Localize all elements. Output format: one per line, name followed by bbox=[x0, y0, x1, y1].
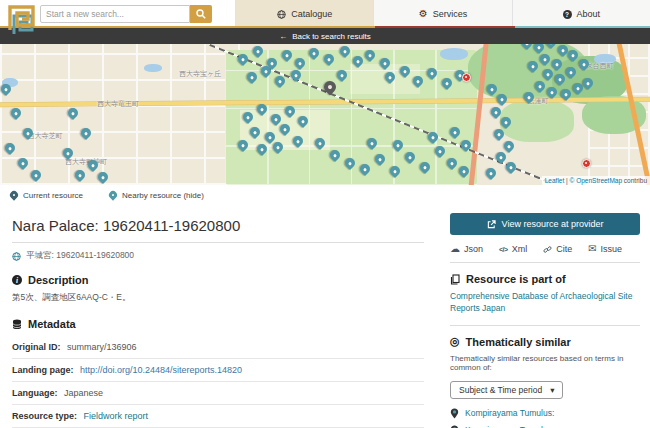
nearby-resource-pin[interactable] bbox=[245, 70, 259, 84]
nearby-resource-pin[interactable] bbox=[457, 164, 471, 178]
search-button[interactable] bbox=[190, 5, 212, 23]
nearby-resource-pin[interactable] bbox=[289, 68, 303, 82]
landing-page-link[interactable]: http://doi.org/10.24484/sitereports.1482… bbox=[80, 365, 242, 375]
nearby-resource-pin[interactable] bbox=[526, 59, 540, 73]
nearby-resource-pin[interactable] bbox=[251, 44, 265, 58]
nearby-resource-pin[interactable] bbox=[538, 52, 552, 66]
leaflet-map[interactable]: 西大寺宝ヶ丘西大寺竜王町西大寺芝町西大寺野神町法蓮町佐保台西町 Leaflet … bbox=[0, 44, 650, 185]
tab-services[interactable]: ⚙ Services bbox=[373, 0, 511, 28]
nearby-resource-pin[interactable] bbox=[73, 168, 87, 182]
nearby-resource-pin[interactable] bbox=[269, 112, 283, 126]
nearby-resource-pin[interactable] bbox=[489, 105, 503, 119]
nearby-resource-pin[interactable] bbox=[351, 54, 365, 68]
nearby-resource-pin[interactable] bbox=[559, 87, 573, 101]
nearby-resource-pin[interactable] bbox=[378, 56, 392, 70]
nearby-resource-pin[interactable] bbox=[433, 144, 447, 158]
nearby-resource-pin[interactable] bbox=[398, 64, 412, 78]
nearby-resource-pin[interactable] bbox=[520, 44, 534, 50]
nearby-resource-pin[interactable] bbox=[271, 140, 285, 154]
nearby-resource-pin[interactable] bbox=[544, 44, 558, 49]
search-input[interactable] bbox=[40, 5, 190, 23]
nearby-resource-pin[interactable] bbox=[343, 156, 357, 170]
nearby-resource-pin[interactable] bbox=[492, 127, 506, 141]
back-to-results-bar[interactable]: ← Back to search results bbox=[0, 28, 650, 44]
globe-icon bbox=[277, 10, 286, 19]
nearby-resource-pin[interactable] bbox=[418, 160, 432, 174]
nearby-resource-pin[interactable] bbox=[296, 114, 310, 128]
ariadne-logo[interactable] bbox=[5, 3, 39, 39]
nearby-resource-pin[interactable] bbox=[79, 126, 93, 140]
nearby-resource-pin[interactable] bbox=[383, 70, 397, 84]
nearby-resource-pin[interactable] bbox=[291, 134, 305, 148]
nearby-resource-pin[interactable] bbox=[273, 74, 287, 88]
tab-about[interactable]: ? About bbox=[512, 0, 650, 28]
nearby-resource-pin[interactable] bbox=[365, 136, 379, 150]
alert-marker-icon[interactable] bbox=[582, 159, 591, 168]
nearby-resource-pin[interactable] bbox=[328, 148, 342, 162]
osm-link[interactable]: © OpenStreetMap bbox=[570, 177, 622, 184]
nearby-resource-pin[interactable] bbox=[3, 141, 17, 155]
nearby-resource-pin[interactable] bbox=[322, 52, 336, 66]
json-link[interactable]: ☁ Json bbox=[450, 244, 483, 254]
nearby-resource-pin[interactable] bbox=[425, 66, 439, 80]
nearby-resource-pin[interactable] bbox=[502, 139, 516, 153]
code-icon: </> bbox=[499, 246, 508, 253]
nearby-resource-pin[interactable] bbox=[553, 72, 567, 86]
nearby-resource-pin[interactable] bbox=[335, 68, 349, 82]
leaflet-link[interactable]: Leaflet bbox=[545, 177, 565, 184]
nearby-resource-pin[interactable] bbox=[29, 168, 43, 182]
alert-marker-icon[interactable] bbox=[462, 73, 471, 82]
nearby-resource-pin[interactable] bbox=[459, 138, 473, 152]
nearby-resource-pin[interactable] bbox=[241, 110, 255, 124]
nearby-resource-pin[interactable] bbox=[280, 48, 294, 62]
issue-link[interactable]: ✉ Issue bbox=[588, 244, 622, 254]
resource-type-link[interactable]: Fieldwork report bbox=[84, 411, 149, 421]
nearby-resource-pin[interactable] bbox=[236, 52, 250, 66]
nearby-resource-pin[interactable] bbox=[499, 115, 513, 129]
xml-link[interactable]: </> Xml bbox=[499, 244, 527, 254]
nearby-resource-pin[interactable] bbox=[373, 152, 387, 166]
collection-link[interactable]: Comprehensive Database of Archaeological… bbox=[450, 291, 640, 315]
nearby-resource-pin[interactable] bbox=[66, 106, 80, 120]
nearby-resource-pin[interactable] bbox=[0, 82, 13, 96]
nearby-resource-pin[interactable] bbox=[9, 106, 23, 120]
nearby-resource-pin[interactable] bbox=[445, 156, 459, 170]
nearby-resource-pin[interactable] bbox=[494, 150, 508, 164]
nearby-resource-pin[interactable] bbox=[255, 102, 269, 116]
nearby-resource-pin[interactable] bbox=[411, 74, 425, 88]
nearby-resource-pin[interactable] bbox=[255, 142, 269, 156]
nearby-resource-pin[interactable] bbox=[403, 150, 417, 164]
legend-nearby-resource[interactable]: Nearby resource (hide) bbox=[109, 191, 204, 200]
nearby-resource-pin[interactable] bbox=[307, 46, 321, 60]
nearby-resource-pin[interactable] bbox=[363, 48, 377, 62]
nearby-resource-pin[interactable] bbox=[440, 76, 454, 90]
similar-item-link[interactable]: Kompirayama Tumulus: bbox=[465, 408, 554, 418]
nearby-resource-pin[interactable] bbox=[388, 164, 402, 178]
nearby-resource-pin[interactable] bbox=[564, 65, 578, 79]
nearby-resource-pin[interactable] bbox=[485, 82, 499, 96]
nearby-resource-pin[interactable] bbox=[338, 44, 352, 58]
nearby-resource-pin[interactable] bbox=[16, 156, 30, 170]
nearby-resource-pin[interactable] bbox=[550, 57, 564, 71]
nearby-resource-pin[interactable] bbox=[541, 67, 555, 81]
nearby-resource-pin[interactable] bbox=[236, 138, 250, 152]
tab-catalogue[interactable]: Catalogue bbox=[235, 0, 373, 28]
map-pins-layer bbox=[0, 44, 650, 185]
nearby-resource-pin[interactable] bbox=[484, 166, 498, 180]
nearby-resource-pin[interactable] bbox=[504, 160, 518, 174]
cite-link[interactable]: Cite bbox=[543, 244, 572, 254]
nearby-resource-pin[interactable] bbox=[248, 125, 262, 139]
nearby-resource-pin[interactable] bbox=[426, 130, 440, 144]
nearby-resource-pin[interactable] bbox=[293, 56, 307, 70]
nearby-resource-pin[interactable] bbox=[313, 136, 327, 150]
nearby-resource-pin[interactable] bbox=[358, 162, 372, 176]
nearby-resource-pin[interactable] bbox=[495, 92, 509, 106]
nearby-resource-pin[interactable] bbox=[283, 104, 297, 118]
nearby-resource-pin[interactable] bbox=[96, 170, 110, 184]
view-resource-at-provider-button[interactable]: View resource at provider bbox=[450, 213, 640, 235]
nearby-resource-pin[interactable] bbox=[448, 125, 462, 139]
nearby-resource-pin[interactable] bbox=[391, 138, 405, 152]
nearby-resource-pin[interactable] bbox=[278, 122, 292, 136]
nearby-resource-pin[interactable] bbox=[533, 79, 547, 93]
similar-terms-dropdown[interactable]: Subject & Time period ▾ bbox=[450, 381, 563, 399]
